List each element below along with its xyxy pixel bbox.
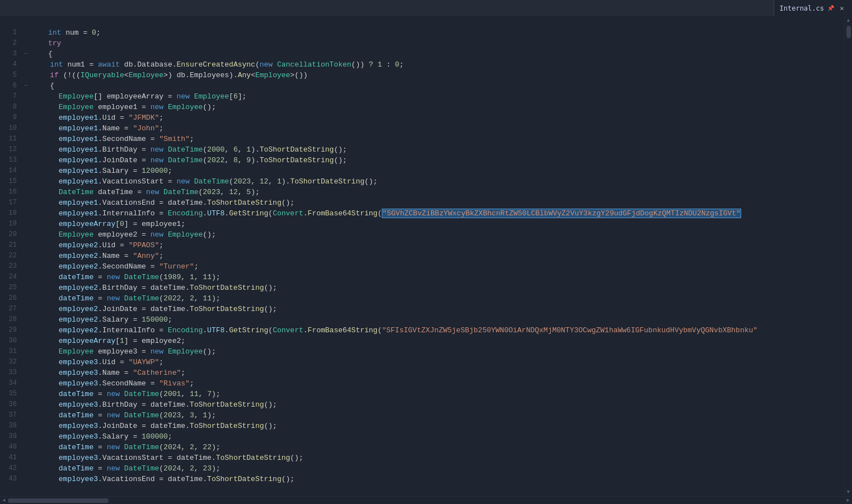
hscroll-thumb[interactable]: [8, 498, 109, 503]
scrollbar-track[interactable]: [845, 25, 852, 488]
vertical-scrollbar[interactable]: ▲ ▼: [844, 17, 852, 496]
line-code: dateTime = new DateTime(2022, 2, 11);: [30, 293, 221, 304]
line-num: 8: [0, 102, 21, 112]
line-code: dateTime = new DateTime(2001, 11, 7);: [30, 389, 221, 399]
line-code: int num = 0;: [30, 27, 101, 38]
line-num: 4: [0, 59, 21, 70]
scroll-up-arrow[interactable]: ▲: [845, 17, 853, 25]
line-num: 20: [0, 229, 21, 240]
collapse-icon: [21, 272, 30, 282]
code-line: 30 employeeArray[1] = employee2;: [0, 336, 844, 346]
line-num: 13: [0, 155, 21, 166]
line-num: 6: [0, 81, 21, 91]
line-code: employee1.Uid = "JFMDK";: [30, 112, 163, 123]
editor-body: 1 int num = 0; 2 try 3 − {: [0, 17, 852, 496]
line-num: 10: [0, 123, 21, 134]
horizontal-scrollbar[interactable]: ◄ ►: [0, 496, 852, 504]
scroll-down-arrow[interactable]: ▼: [845, 488, 853, 496]
line-code: employee1.VacationsStart = new DateTime(…: [30, 176, 377, 187]
hscroll-left-arrow[interactable]: ◄: [0, 497, 8, 505]
code-line: 21 employee2.Uid = "PPAOS";: [0, 240, 844, 251]
line-code: {: [30, 49, 53, 59]
line-num: 30: [0, 336, 21, 346]
line-code: employee1.BirthDay = new DateTime(2000, …: [30, 144, 347, 155]
collapse-icon: [21, 70, 30, 81]
scrollbar-thumb[interactable]: [846, 26, 851, 38]
code-line: 20 Employee employee2 = new Employee();: [0, 229, 844, 240]
line-num: 9: [0, 112, 21, 123]
line-num: 11: [0, 134, 21, 144]
line-code: employee3.Name = "Catherine";: [30, 368, 185, 378]
hscroll-right-arrow[interactable]: ►: [844, 497, 852, 505]
collapse-icon: [21, 134, 30, 144]
line-code: Employee employee3 = new Employee();: [30, 346, 216, 357]
collapse-icon: [21, 176, 30, 187]
code-line: 39 employee3.Salary = 100000;: [0, 431, 844, 442]
line-num: 24: [0, 272, 21, 282]
code-line: 22 employee2.Name = "Anny";: [0, 251, 844, 261]
line-code: employee2.BirthDay = dateTime.ToShortDat…: [30, 282, 277, 293]
line-num: 42: [0, 463, 21, 474]
tab-close-icon[interactable]: ×: [837, 4, 846, 13]
line-num: 34: [0, 378, 21, 389]
code-line: 24 dateTime = new DateTime(1989, 1, 11);: [0, 272, 844, 282]
collapse-icon: [21, 112, 30, 123]
collapse-icon: [21, 229, 30, 240]
collapse-icon: [21, 336, 30, 346]
code-line: 13 employee1.JoinDate = new DateTime(202…: [0, 155, 844, 166]
collapse-icon: [21, 463, 30, 474]
code-scroll-area[interactable]: 1 int num = 0; 2 try 3 − {: [0, 17, 844, 496]
code-line: 38 employee3.JoinDate = dateTime.ToShort…: [0, 421, 844, 431]
line-num: 25: [0, 282, 21, 293]
collapse-icon: [21, 102, 30, 112]
line-num: 5: [0, 70, 21, 81]
line-code: dateTime = new DateTime(2024, 2, 22);: [30, 442, 221, 453]
collapse-icon: [21, 91, 30, 102]
line-num: 16: [0, 187, 21, 197]
collapse-icon[interactable]: −: [21, 81, 30, 91]
line-num: 40: [0, 442, 21, 453]
collapse-icon: [21, 240, 30, 251]
code-line: 34 employee3.SecondName = "Rivas";: [0, 378, 844, 389]
collapse-icon: [21, 27, 30, 38]
line-num: 3: [0, 49, 21, 59]
file-tab[interactable]: Internal.cs 📌 ×: [774, 0, 852, 17]
line-num: 7: [0, 91, 21, 102]
code-line: 41 employee3.VacationsStart = dateTime.T…: [0, 453, 844, 463]
line-code: employee3.JoinDate = dateTime.ToShortDat…: [30, 421, 277, 431]
code-line: 5 if (!((IQueryable<Employee>) db.Employ…: [0, 70, 844, 81]
code-line: 31 Employee employee3 = new Employee();: [0, 346, 844, 357]
line-code: Employee employee1 = new Employee();: [30, 102, 216, 112]
line-code: [30, 17, 32, 27]
code-line: 4 int num1 = await db.Database.EnsureCre…: [0, 59, 844, 70]
line-code: employee3.VacationsEnd = dateTime.ToShor…: [30, 474, 294, 484]
collapse-icon: [21, 421, 30, 431]
line-num: 23: [0, 261, 21, 272]
code-line: 7 Employee[] employeeArray = new Employe…: [0, 91, 844, 102]
hscroll-track[interactable]: [8, 498, 844, 503]
code-line: 11 employee1.SecondName = "Smith";: [0, 134, 844, 144]
code-line: 12 employee1.BirthDay = new DateTime(200…: [0, 144, 844, 155]
collapse-icon: [21, 155, 30, 166]
line-num: 32: [0, 357, 21, 368]
line-num: 12: [0, 144, 21, 155]
collapse-icon: [21, 453, 30, 463]
collapse-icon[interactable]: −: [21, 49, 30, 59]
line-code: employee1.Name = "John";: [30, 123, 163, 134]
collapse-icon: [21, 251, 30, 261]
code-line: 14 employee1.Salary = 120000;: [0, 166, 844, 176]
line-num: 28: [0, 314, 21, 325]
line-code: [30, 484, 59, 490]
code-line: 40 dateTime = new DateTime(2024, 2, 22);: [0, 442, 844, 453]
line-code: employee1.VacationsEnd = dateTime.ToShor…: [30, 197, 294, 208]
collapse-icon: [21, 187, 30, 197]
line-code: employee2.SecondName = "Turner";: [30, 261, 198, 272]
code-line: 36 employee3.BirthDay = dateTime.ToShort…: [0, 399, 844, 410]
line-num: 36: [0, 399, 21, 410]
line-num: 29: [0, 325, 21, 336]
code-line: 35 dateTime = new DateTime(2001, 11, 7);: [0, 389, 844, 399]
line-code: employee3.Uid = "UAYWP";: [30, 357, 163, 368]
line-num: 31: [0, 346, 21, 357]
line-code: Employee employee2 = new Employee();: [30, 229, 216, 240]
collapse-icon: [21, 282, 30, 293]
